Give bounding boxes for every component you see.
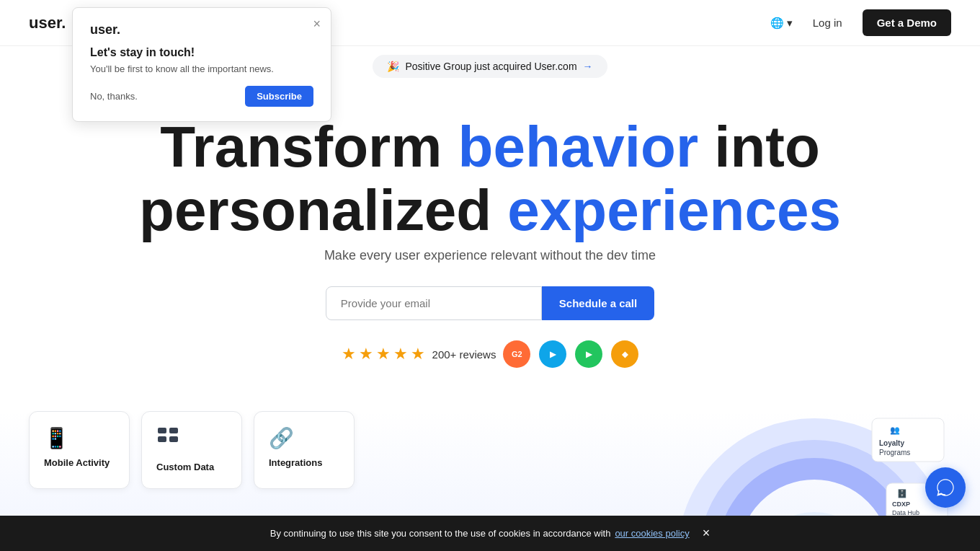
globe-icon: 🌐 [770,17,784,30]
feature-card-mobile-label: Mobile Activity [44,457,115,470]
svg-text:Programs: Programs [879,449,910,457]
navbar: user. Customers Partners Learn ▾ 🌐 ▾ Log… [0,0,980,46]
schedule-call-button[interactable]: Schedule a call [542,286,654,320]
capterra-logo: ▶ [539,340,566,368]
svg-rect-3 [169,436,178,442]
hero-section: Transform behavior into personalized exp… [0,87,980,411]
language-button[interactable]: 🌐 ▾ [770,17,793,30]
popup-title: Let's stay in touch! [90,46,313,59]
svg-rect-2 [158,436,166,442]
demo-button[interactable]: Get a Demo [863,9,951,36]
feature-card-custom-data[interactable]: Custom Data [141,411,242,489]
announcement-emoji: 🎉 [387,61,399,72]
cookies-policy-link[interactable]: our cookies policy [615,528,689,539]
newsletter-popup: × user. Let's stay in touch! You'll be f… [72,7,331,122]
headline-transform: Transform [160,115,442,179]
feature-card-integrations-label: Integrations [269,457,339,470]
popup-close-button[interactable]: × [313,17,321,32]
svg-text:🗄️: 🗄️ [897,488,907,498]
feature-card-mobile[interactable]: 📱 Mobile Activity [29,411,130,489]
g2-logo: G2 [503,340,530,368]
feature-card-integrations[interactable]: 🔗 Integrations [254,411,355,489]
review-platform-logos: G2 ▶ ▶ ◆ [503,340,638,368]
mobile-icon: 📱 [44,426,115,450]
hero-subtext: Make every user experience relevant with… [29,248,951,263]
reviews-count: 200+ reviews [432,348,496,361]
headline-experiences: experiences [507,178,841,242]
popup-actions: No, thanks. Subscribe [90,86,313,107]
popup-subtitle: You'll be first to know all the importan… [90,63,313,74]
svg-text:👥: 👥 [890,425,900,435]
integrations-icon: 🔗 [269,426,339,450]
feature-cards-row: 📱 Mobile Activity Custom Data 🔗 Integrat… [29,411,677,489]
headline-behavior: behavior [458,115,698,179]
svg-text:CDXP: CDXP [892,501,910,508]
hero-headline: Transform behavior into personalized exp… [29,115,951,242]
cookie-banner: By continuing to use this site you conse… [0,516,980,551]
softwareadvice-logo: ◆ [611,340,638,368]
announcement-pill[interactable]: 🎉 Positive Group just acquired User.com … [373,55,607,78]
email-input[interactable] [326,286,542,320]
subscribe-button[interactable]: Subscribe [245,86,313,107]
svg-rect-1 [169,428,178,433]
headline-into: into [714,115,820,179]
chevron-down-icon: ▾ [787,17,793,30]
announcement-arrow: → [583,61,593,72]
no-thanks-button[interactable]: No, thanks. [90,91,138,102]
star-rating: ★ ★ ★ ★ ★ [342,345,425,363]
custom-data-icon [156,426,227,454]
star-3: ★ [376,345,391,363]
feature-card-custom-data-label: Custom Data [156,462,227,474]
star-1: ★ [342,345,356,363]
popup-logo: user. [90,22,313,38]
getapp-logo: ▶ [575,340,602,368]
logo[interactable]: user. [29,14,66,32]
announcement-text: Positive Group just acquired User.com [405,61,576,72]
cookie-close-button[interactable]: × [703,526,710,541]
chat-icon [935,477,956,498]
nav-right: 🌐 ▾ Log in Get a Demo [770,9,951,36]
star-5: ★ [411,345,425,363]
chat-bubble[interactable] [925,467,966,508]
login-button[interactable]: Log in [801,11,854,35]
svg-text:Loyalty: Loyalty [879,439,904,447]
svg-rect-0 [158,428,166,433]
cookie-text: By continuing to use this site you conse… [270,528,611,539]
star-4: ★ [393,345,408,363]
reviews-row: ★ ★ ★ ★ ★ 200+ reviews G2 ▶ ▶ ◆ [29,340,951,368]
star-2: ★ [359,345,373,363]
headline-personalized: personalized [139,178,491,242]
email-form: Schedule a call [29,286,951,320]
